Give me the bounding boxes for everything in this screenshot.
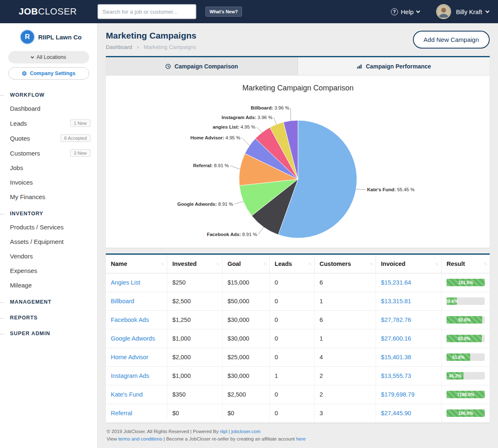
cell-invoiced: $27,782.76 [376,311,442,329]
breadcrumb-dashboard[interactable]: Dashboard [106,44,132,50]
cell-result: 26.6% [442,292,490,311]
cell-invoiced: $13,555.73 [376,367,442,385]
nav-section-workflow[interactable]: WORKFLOW [0,85,97,101]
app-logo[interactable]: JOBCLOSER [0,6,98,17]
nav-section-super-admin[interactable]: SUPER ADMIN [0,324,97,340]
campaign-table: Name↑↓Invested↑↓Goal↑↓Leads↑↓Customers↑↓… [106,255,490,423]
locations-dropdown[interactable]: All Locations [8,51,89,63]
campaign-name-link[interactable]: Instagram Ads [111,373,149,379]
column-header-invested[interactable]: Invested↑↓ [167,255,222,273]
chart-title: Marketing Campaign Comparison [242,84,354,92]
sort-icon[interactable]: ↑↓ [484,262,487,266]
column-header-result[interactable]: Result↑↓ [442,255,490,273]
cell-invested: $2,500 [167,292,222,311]
sidebar-item-products-services[interactable]: Products / Services [0,220,97,234]
campaign-name-link[interactable]: Billboard [111,298,134,304]
campaign-name-link[interactable]: Google Adwords [111,335,155,342]
invoiced-amount-link[interactable]: $179,698.79 [381,391,415,398]
affiliate-link[interactable]: here [296,436,305,441]
user-avatar[interactable] [436,4,451,19]
user-menu[interactable]: Billy Kraft [456,8,489,15]
sort-icon[interactable]: ↑↓ [161,262,164,266]
sidebar-item-my-finances[interactable]: My Finances [0,190,97,204]
sort-icon[interactable]: ↑↓ [308,262,311,266]
sidebar-item-leads[interactable]: Leads1 New [0,116,97,131]
sidebar-item-vendors[interactable]: Vendors [0,249,97,263]
logo-text-light: CLOSER [38,6,77,17]
column-header-customers[interactable]: Customers↑↓ [314,255,376,273]
company-name: RIIPL Lawn Co [38,34,82,41]
campaign-name-link[interactable]: Referral [111,410,132,416]
help-menu[interactable]: ? Help [391,8,420,15]
pie-label-connector [256,127,262,132]
campaign-name-link[interactable]: Facebook Ads [111,317,149,323]
cell-leads: 0 [269,292,314,311]
invoiced-amount-link[interactable]: $27,600.16 [381,335,411,342]
cell-name: Google Adwords [106,329,167,348]
pie-label-instagram-ads: Instagram Ads: 3.96 % [222,115,272,120]
sort-icon[interactable]: ↑↓ [216,262,219,266]
cell-result: 92.6% [442,311,490,329]
cell-goal: $30,000 [222,367,270,385]
pie-chart-area: Marketing Campaign ComparisonKate's Fund… [106,75,490,248]
nav-section-reports[interactable]: REPORTS [0,308,97,324]
sidebar-item-customers[interactable]: Customers3 New [0,146,97,161]
column-header-leads[interactable]: Leads↑↓ [269,255,314,273]
result-progress-fill: 92.0% [447,335,482,342]
company-settings-button[interactable]: ⚙ Company Settings [8,67,89,80]
invoiced-amount-link[interactable]: $15,401.38 [381,354,411,360]
invoiced-amount-link[interactable]: $13,315.81 [381,298,411,304]
column-header-goal[interactable]: Goal↑↓ [222,255,270,273]
riipl-link[interactable]: riipl [220,429,227,434]
sidebar-item-jobs[interactable]: Jobs [0,161,97,175]
campaign-name-link[interactable]: Home Advisor [111,354,148,360]
sidebar-item-quotes[interactable]: Quotes8 Accepted [0,131,97,146]
invoiced-amount-link[interactable]: $27,782.76 [381,317,411,323]
sort-icon[interactable]: ↑↓ [435,262,438,266]
sidebar-item-label: Quotes [10,135,61,142]
result-progress-bar: 61.6% [447,353,485,361]
column-label: Name [111,261,127,267]
column-header-invoiced[interactable]: Invoiced↑↓ [376,255,442,273]
sidebar-item-label: Vendors [10,253,90,260]
sidebar-item-mileage[interactable]: Mileage [0,278,97,292]
pie-label-billboard: Billboard: 3.96 % [251,105,289,110]
cell-invoiced: $15,231.64 [376,273,442,292]
cell-customers: 1 [314,292,376,311]
cell-leads: 0 [269,348,314,367]
footer-text: View [107,436,118,441]
jobcloser-link[interactable]: jobcloser.com [231,429,260,434]
sort-icon[interactable]: ↑↓ [264,262,266,266]
tab-campaign-performance[interactable]: Campaign Performance [298,57,490,75]
search-input[interactable] [98,4,196,19]
sidebar-item-invoices[interactable]: Invoices [0,175,97,190]
invoiced-amount-link[interactable]: $27,445.90 [381,410,411,416]
tab-campaign-comparison[interactable]: Campaign Comparison [106,57,298,75]
whats-new-button[interactable]: What's New? [205,7,242,17]
tab-label: Campaign Performance [366,63,431,70]
campaign-name-link[interactable]: Kate's Fund [111,391,143,398]
sidebar-item-expenses[interactable]: Expenses [0,263,97,278]
nav-section-inventory[interactable]: INVENTORY [0,204,97,220]
sort-icon[interactable]: ↑↓ [370,262,373,266]
chart-tabs: Campaign Comparison Campaign Performance [106,57,490,75]
invoiced-amount-link[interactable]: $13,555.73 [381,373,411,379]
campaign-name-link[interactable]: Angies List [111,279,140,286]
sidebar-item-badge: 1 New [70,119,90,127]
add-new-campaign-button[interactable]: Add New Campaign [413,31,490,49]
cell-leads: 1 [269,367,314,385]
nav-section-management[interactable]: MANAGEMENT [0,292,97,308]
bar-chart-icon [356,63,362,69]
sidebar-item-dashboard[interactable]: Dashboard [0,101,97,116]
company-header: R RIIPL Lawn Co [0,23,97,49]
breadcrumb-separator-icon: › [137,44,139,50]
pie-label-connector [356,189,366,190]
column-label: Leads [275,261,292,267]
topbar: JOBCLOSER What's New? ? Help Billy Kraft [0,0,498,23]
cell-leads: 0 [269,404,314,423]
column-header-name[interactable]: Name↑↓ [106,255,167,273]
invoiced-amount-link[interactable]: $15,231.64 [381,279,411,286]
terms-link[interactable]: terms and conditions [118,436,162,441]
sidebar-item-label: My Finances [10,193,90,200]
sidebar-item-assets-equipment[interactable]: Assets / Equipment [0,234,97,249]
